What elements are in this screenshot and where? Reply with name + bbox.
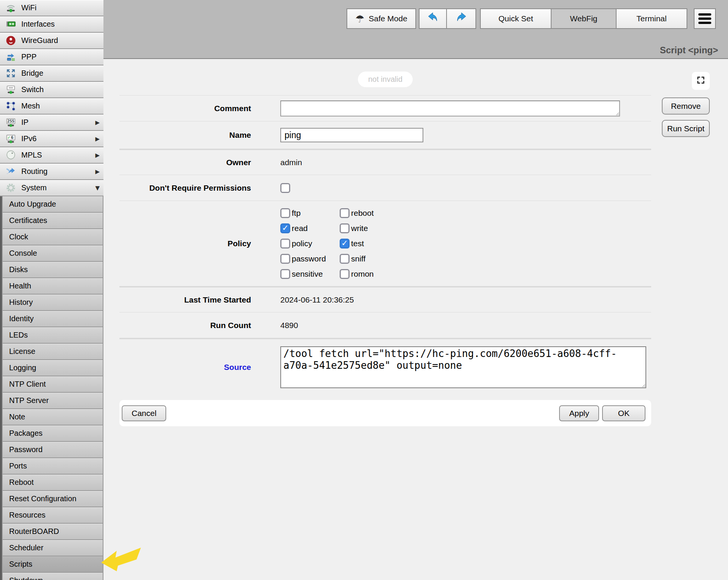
form-row-name: Name bbox=[119, 121, 651, 149]
sidebar-item-bridge[interactable]: Bridge bbox=[0, 65, 103, 81]
policy-checkbox-password[interactable] bbox=[280, 254, 290, 264]
policy-checkbox-ftp[interactable] bbox=[280, 208, 290, 218]
sidebar-item-disks[interactable]: Disks bbox=[3, 262, 103, 277]
comment-input[interactable] bbox=[280, 100, 620, 116]
sidebar-item-mesh[interactable]: Mesh bbox=[0, 98, 103, 114]
sidebar-item-auto-upgrade[interactable]: Auto Upgrade bbox=[3, 196, 103, 212]
sidebar-item-packages[interactable]: Packages bbox=[3, 425, 103, 441]
policy-checkbox-sniff[interactable] bbox=[340, 254, 350, 264]
policy-checkbox-policy[interactable] bbox=[280, 239, 290, 249]
sidebar-item-leds[interactable]: LEDs bbox=[3, 327, 103, 343]
tab-webfig[interactable]: WebFig bbox=[551, 8, 617, 29]
apply-button[interactable]: Apply bbox=[559, 405, 599, 421]
sidebar-item-identity[interactable]: Identity bbox=[3, 311, 103, 327]
sidebar-item-ppp[interactable]: PPP bbox=[0, 49, 103, 65]
sidebar-item-history[interactable]: History bbox=[3, 295, 103, 310]
policy-checkbox-read[interactable] bbox=[280, 223, 290, 233]
name-input[interactable] bbox=[280, 128, 423, 142]
sidebar-item-clock[interactable]: Clock bbox=[3, 229, 103, 245]
policy-label: Policy bbox=[119, 239, 251, 248]
sidebar-item-label: System bbox=[21, 183, 47, 192]
source-label: Source bbox=[119, 363, 251, 372]
sidebar-item-certificates[interactable]: Certificates bbox=[3, 213, 103, 228]
sidebar-item-resources[interactable]: Resources bbox=[3, 507, 103, 523]
switch-icon bbox=[5, 84, 16, 96]
safe-mode-button[interactable]: ☂ Safe Mode bbox=[347, 8, 416, 29]
sidebar-item-ip[interactable]: 255IP▶ bbox=[0, 115, 103, 130]
ipv6-icon: ✓6 bbox=[5, 133, 16, 145]
sidebar-item-reboot[interactable]: Reboot bbox=[3, 475, 103, 490]
run-count-label: Run Count bbox=[119, 321, 251, 330]
sidebar-item-shutdown[interactable]: Shutdown bbox=[3, 573, 103, 580]
last-time-started-value: 2024-06-11 20:36:25 bbox=[280, 295, 354, 304]
form-row-run-count: Run Count 4890 bbox=[119, 312, 651, 338]
sidebar-item-logging[interactable]: Logging bbox=[3, 360, 103, 376]
sidebar-item-label: Mesh bbox=[21, 102, 40, 110]
remove-button[interactable]: Remove bbox=[662, 97, 710, 115]
chevron-right-icon: ▶ bbox=[95, 152, 100, 159]
policy-checkbox-label: sensitive bbox=[292, 269, 323, 279]
sidebar-item-interfaces[interactable]: Interfaces bbox=[0, 16, 103, 32]
owner-label: Owner bbox=[119, 158, 251, 167]
sidebar-item-label: IPv6 bbox=[21, 134, 37, 143]
run-count-value: 4890 bbox=[280, 321, 298, 330]
policy-checkbox-label: reboot bbox=[351, 209, 374, 218]
umbrella-icon: ☂ bbox=[355, 14, 364, 24]
redo-button[interactable] bbox=[446, 8, 476, 29]
redo-icon bbox=[455, 11, 467, 26]
sidebar-item-note[interactable]: Note bbox=[3, 409, 103, 425]
fullscreen-button[interactable] bbox=[692, 72, 710, 90]
sidebar-item-ntp-server[interactable]: NTP Server bbox=[3, 393, 103, 408]
sidebar-item-system[interactable]: System▼ bbox=[0, 180, 103, 196]
bridge-icon bbox=[5, 68, 16, 79]
svg-text:✓: ✓ bbox=[7, 135, 10, 140]
sidebar-item-wifi[interactable]: WiFi bbox=[0, 0, 103, 16]
sidebar-item-routing[interactable]: Routing▶ bbox=[0, 164, 103, 179]
sidebar-item-label: IP bbox=[21, 118, 29, 127]
dont-require-permissions-label: Don't Require Permissions bbox=[119, 183, 251, 193]
ppp-icon bbox=[5, 51, 16, 63]
sidebar-item-health[interactable]: Health bbox=[3, 278, 103, 294]
policy-checkbox-romon[interactable] bbox=[340, 269, 350, 279]
undo-button[interactable] bbox=[419, 8, 447, 29]
sidebar-item-reset-configuration[interactable]: Reset Configuration bbox=[3, 491, 103, 507]
sidebar-item-label: Bridge bbox=[21, 69, 43, 78]
sidebar-item-ipv6[interactable]: ✓6IPv6▶ bbox=[0, 131, 103, 147]
cancel-button[interactable]: Cancel bbox=[122, 405, 166, 421]
system-icon bbox=[5, 182, 16, 194]
safe-mode-label: Safe Mode bbox=[369, 14, 407, 23]
undo-icon bbox=[427, 11, 439, 26]
tab-quick-set[interactable]: Quick Set bbox=[480, 8, 552, 29]
form-row-comment: Comment bbox=[119, 95, 651, 121]
sidebar-item-routerboard[interactable]: RouterBOARD bbox=[3, 524, 103, 539]
name-label: Name bbox=[119, 131, 251, 140]
sidebar-item-scheduler[interactable]: Scheduler bbox=[3, 540, 103, 556]
form-row-source: Source /tool fetch url="https://hc-ping.… bbox=[119, 338, 651, 395]
source-input[interactable]: /tool fetch url="https://hc-ping.com/620… bbox=[280, 346, 646, 388]
policy-checkbox-sensitive[interactable] bbox=[280, 269, 290, 279]
sidebar-item-switch[interactable]: Switch bbox=[0, 82, 103, 97]
interfaces-icon bbox=[5, 19, 16, 30]
sidebar-item-password[interactable]: Password bbox=[3, 442, 103, 457]
policy-checkbox-label: test bbox=[351, 239, 364, 248]
policy-checkbox-write[interactable] bbox=[340, 223, 350, 233]
hamburger-menu-button[interactable] bbox=[694, 8, 716, 29]
page-title: Script <ping> bbox=[660, 45, 718, 56]
ok-button[interactable]: OK bbox=[602, 405, 645, 421]
run-script-button[interactable]: Run Script bbox=[662, 120, 710, 137]
sidebar-item-ports[interactable]: Ports bbox=[3, 458, 103, 474]
tab-terminal[interactable]: Terminal bbox=[616, 8, 687, 29]
sidebar-item-console[interactable]: Console bbox=[3, 245, 103, 261]
sidebar-item-license[interactable]: License bbox=[3, 344, 103, 359]
sidebar: WiFiInterfacesWireGuardPPPBridgeSwitchMe… bbox=[0, 0, 103, 580]
sidebar-item-wireguard[interactable]: WireGuard bbox=[0, 33, 103, 48]
policy-checkbox-reboot[interactable] bbox=[340, 208, 350, 218]
sidebar-item-scripts[interactable]: Scripts bbox=[3, 556, 103, 572]
sidebar-item-ntp-client[interactable]: NTP Client bbox=[3, 376, 103, 392]
policy-checkbox-label: policy bbox=[292, 239, 312, 248]
form-row-dont-require-permissions: Don't Require Permissions bbox=[119, 175, 651, 201]
sidebar-item-label: MPLS bbox=[21, 151, 42, 159]
dont-require-permissions-checkbox[interactable] bbox=[280, 183, 290, 193]
policy-checkbox-test[interactable] bbox=[340, 239, 350, 249]
sidebar-item-mpls[interactable]: MPLS▶ bbox=[0, 147, 103, 163]
